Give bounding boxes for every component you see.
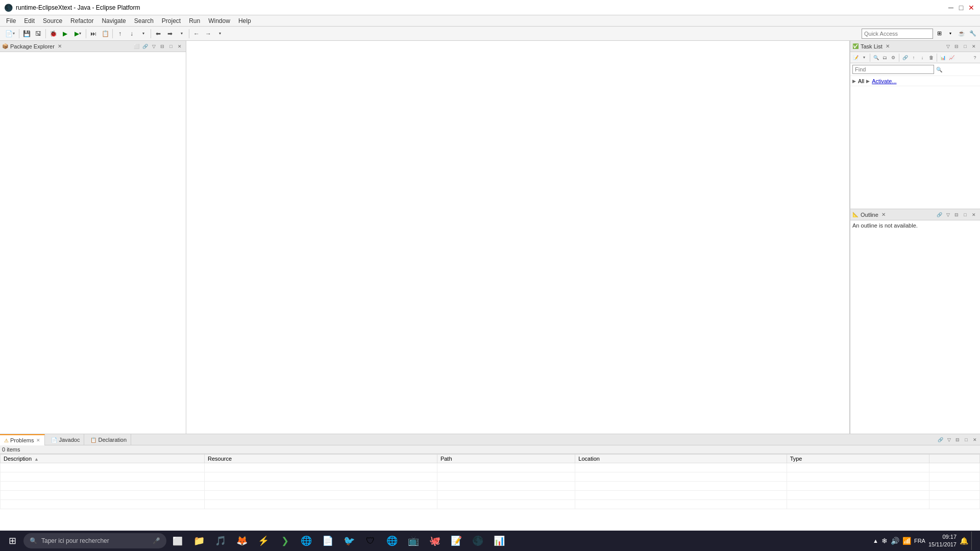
menu-edit[interactable]: Edit — [20, 15, 39, 27]
show-desktop-button[interactable] — [971, 532, 974, 550]
filter-all-label[interactable]: All — [858, 78, 864, 84]
outline-minimize-button[interactable]: ⊟ — [952, 211, 961, 219]
taskbar-app-app9[interactable]: 🛡 — [360, 532, 381, 550]
skip-all-breakpoints-button[interactable]: ⏭ — [88, 28, 99, 39]
forward-button[interactable]: → — [203, 28, 214, 39]
package-explorer-close-icon[interactable]: ✕ — [58, 43, 62, 49]
taskbar-app-app13[interactable]: 📝 — [446, 532, 467, 550]
open-perspective-dropdown[interactable]: ▾ — [945, 29, 955, 39]
minimize-button[interactable]: ─ — [946, 3, 955, 12]
menu-source[interactable]: Source — [39, 15, 66, 27]
save-button[interactable]: 💾 — [21, 28, 32, 39]
java-perspective-button[interactable]: ☕ — [957, 29, 967, 39]
taskbar-app-filezilla[interactable]: ⚡ — [253, 532, 274, 550]
next-annotation-button[interactable]: ↓ — [126, 28, 137, 39]
outline-view-menu-button[interactable]: ▽ — [944, 211, 952, 219]
task-list-close-icon[interactable]: ✕ — [886, 43, 890, 49]
expand-task-button[interactable]: ↓ — [918, 54, 926, 62]
menu-window[interactable]: Window — [204, 15, 234, 27]
task-find-input[interactable] — [852, 65, 934, 74]
task-view-menu-button[interactable]: ▽ — [944, 42, 952, 51]
outline-close-icon[interactable]: ✕ — [881, 212, 886, 217]
declaration-tab[interactable]: 📋 Declaration — [86, 434, 131, 445]
menu-refactor[interactable]: Refactor — [66, 15, 97, 27]
close-panel-button[interactable]: ✕ — [176, 42, 184, 51]
filter-tasks-button[interactable]: 🔍 — [872, 54, 880, 62]
maximize-button[interactable]: □ — [957, 3, 966, 12]
annotation-dropdown-button[interactable]: ▾ — [138, 28, 149, 39]
taskbar-app-app8[interactable]: 🐦 — [339, 532, 359, 550]
dropbox-icon[interactable]: ❄ — [881, 537, 888, 545]
taskbar-app-cmder[interactable]: ❯ — [275, 532, 295, 550]
maximize-panel-button[interactable]: □ — [167, 42, 175, 51]
outline-link-button[interactable]: 🔗 — [935, 211, 943, 219]
new-button[interactable]: 📄 ▾ — [2, 28, 17, 39]
clock[interactable]: 09:17 15/11/2017 — [928, 533, 957, 549]
prev-annotation-button[interactable]: ↑ — [114, 28, 126, 39]
taskbar-app-app15[interactable]: 📊 — [489, 532, 509, 550]
taskbar-app-firefox[interactable]: 🦊 — [232, 532, 252, 550]
menu-help[interactable]: Help — [234, 15, 255, 27]
task-maximize-button[interactable]: □ — [961, 42, 969, 51]
show-hidden-icons-button[interactable]: ▲ — [873, 538, 878, 544]
javadoc-tab[interactable]: 📄 Javadoc — [47, 434, 84, 445]
delete-task-button[interactable]: 🗑 — [927, 54, 935, 62]
link-task-button[interactable]: 🔗 — [901, 54, 909, 62]
menu-navigate[interactable]: Navigate — [97, 15, 130, 27]
categorize-button[interactable]: 🗂 — [880, 54, 889, 62]
taskbar-app-spotify[interactable]: 🎵 — [210, 532, 231, 550]
menu-run[interactable]: Run — [185, 15, 204, 27]
taskbar-app-explorer[interactable]: 📁 — [189, 532, 209, 550]
problems-view-menu-button[interactable]: ▽ — [945, 436, 953, 444]
editor-content[interactable] — [186, 41, 849, 434]
open-perspective-button[interactable]: ⊞ — [934, 29, 944, 39]
perspective2-button[interactable]: 🔧 — [968, 29, 978, 39]
menu-file[interactable]: File — [2, 15, 20, 27]
task-minimize-button[interactable]: ⊟ — [952, 42, 961, 51]
quick-access-input[interactable] — [862, 29, 933, 39]
taskbar-app-app11[interactable]: 📺 — [403, 532, 424, 550]
outline-close-button[interactable]: ✕ — [970, 211, 978, 219]
new-dropdown-arrow[interactable]: ▾ — [13, 31, 15, 36]
close-button[interactable]: ✕ — [967, 3, 976, 12]
back-button[interactable]: ← — [191, 28, 202, 39]
run-history-button[interactable]: ▶▾ — [71, 28, 84, 39]
link-with-editor-button[interactable]: 🔗 — [141, 42, 149, 51]
problems-minimize-button[interactable]: ⊟ — [953, 436, 962, 444]
open-task-button[interactable]: 📋 — [100, 28, 111, 39]
col-location[interactable]: Location — [575, 455, 787, 463]
nav-dropdown-button[interactable]: ▾ — [214, 28, 226, 39]
task-help-button[interactable]: ? — [971, 54, 979, 62]
activate-link[interactable]: Activate... — [872, 78, 896, 84]
view-menu-button[interactable]: ▽ — [150, 42, 158, 51]
problems-tab[interactable]: ⚠ Problems ✕ — [0, 434, 45, 445]
col-type[interactable]: Type — [787, 455, 929, 463]
taskbar-search[interactable]: 🔍 Taper ici pour rechercher 🎤 — [23, 533, 166, 548]
lang-indicator[interactable]: FRA — [914, 538, 925, 544]
debug-button[interactable]: 🐞 — [47, 28, 59, 39]
task-settings-button[interactable]: ⚙ — [889, 54, 897, 62]
prev-edit-button[interactable]: ⬅ — [153, 28, 164, 39]
taskbar-app-chrome[interactable]: 🌐 — [296, 532, 316, 550]
outline-maximize-button[interactable]: □ — [961, 211, 969, 219]
problems-tab-close[interactable]: ✕ — [36, 438, 40, 443]
taskbar-app-app10[interactable]: 🌐 — [382, 532, 402, 550]
next-edit-button[interactable]: ➡ — [164, 28, 176, 39]
notifications-button[interactable]: 🔔 — [960, 537, 968, 545]
new-task-dropdown[interactable]: ▾ — [860, 54, 868, 62]
start-button[interactable]: ⊞ — [2, 532, 22, 550]
problems-maximize-button[interactable]: □ — [962, 436, 970, 444]
task-view-button[interactable]: ⬜ — [167, 532, 188, 550]
taskbar-app-github[interactable]: 🐙 — [425, 532, 445, 550]
col-description[interactable]: Description ▲ — [1, 455, 205, 463]
new-task-button[interactable]: 📝 — [851, 54, 860, 62]
run-button[interactable]: ▶ — [59, 28, 70, 39]
task-icon2-button[interactable]: 📈 — [947, 54, 955, 62]
col-resource[interactable]: Resource — [205, 455, 437, 463]
taskbar-app-notepad[interactable]: 📄 — [317, 532, 338, 550]
problems-close-button[interactable]: ✕ — [971, 436, 979, 444]
network-icon[interactable]: 📶 — [902, 537, 911, 545]
menu-project[interactable]: Project — [158, 15, 185, 27]
collapse-task-button[interactable]: ↑ — [910, 54, 918, 62]
save-all-button[interactable]: 🖫 — [33, 28, 44, 39]
